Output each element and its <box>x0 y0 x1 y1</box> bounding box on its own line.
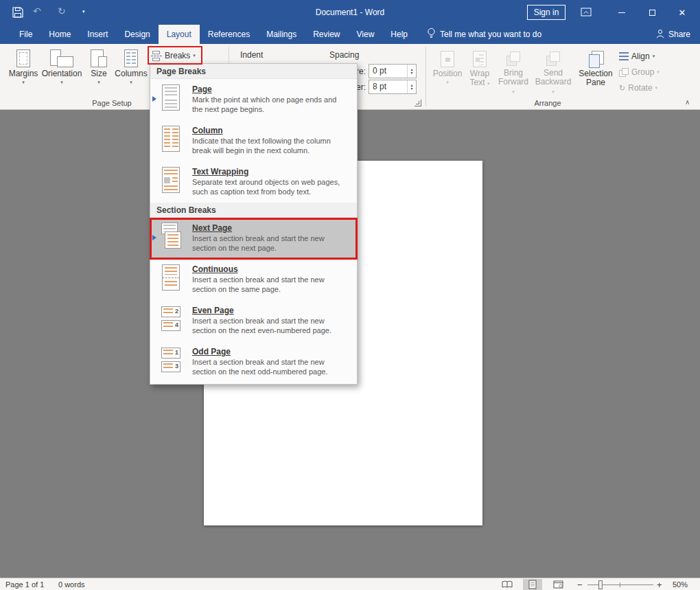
orientation-icon <box>50 47 73 67</box>
zoom-level[interactable]: 50% <box>673 578 688 590</box>
tab-file[interactable]: File <box>11 25 40 44</box>
rotate-label: Rotate <box>628 83 652 93</box>
print-layout-button[interactable] <box>523 579 542 590</box>
wrap-text-label: Wrap Text <box>470 69 490 87</box>
zoom-slider-notch <box>620 582 620 587</box>
wrap-text-button[interactable]: Wrap Text ▾ <box>465 47 494 96</box>
menu-item-even-page-break[interactable]: 2 4 Even Page Insert a section break and… <box>150 300 357 341</box>
spinner-arrows-icon[interactable]: ▴▾ <box>407 80 416 93</box>
tab-insert[interactable]: Insert <box>79 25 116 44</box>
section-breaks-header: Section Breaks <box>150 203 357 218</box>
even-page-break-icon: 2 4 <box>161 305 184 334</box>
menu-item-title: Next Page <box>192 223 346 233</box>
menu-item-column-break[interactable]: Column Indicate that the text following … <box>150 120 357 161</box>
rotate-button[interactable]: ↻ Rotate ▾ <box>619 81 657 95</box>
align-button[interactable]: Align ▾ <box>619 49 655 63</box>
tab-design[interactable]: Design <box>116 25 158 44</box>
tab-references[interactable]: References <box>200 25 258 44</box>
menu-item-continuous-break[interactable]: Continuous Insert a section break and st… <box>150 259 357 300</box>
ribbon-tab-bar: File Home Insert Design Layout Reference… <box>0 25 700 44</box>
spacing-after-input[interactable]: 8 pt ▴▾ <box>369 80 417 94</box>
zoom-in-button[interactable]: + <box>657 578 662 590</box>
chevron-down-icon: ▾ <box>487 81 490 86</box>
minimize-button[interactable] <box>607 0 637 25</box>
status-bar: Page 1 of 1 0 words − + 50% <box>0 578 700 590</box>
print-layout-icon <box>528 580 537 589</box>
menu-item-desc: Insert a section break and start the new… <box>192 275 346 294</box>
menu-item-odd-page-break[interactable]: 1 3 Odd Page Insert a section break and … <box>150 341 357 383</box>
minimize-icon <box>618 12 625 13</box>
breaks-label: Breaks <box>165 51 190 60</box>
chevron-down-icon: ▾ <box>130 80 132 85</box>
margins-icon <box>16 47 30 67</box>
breaks-button[interactable]: Breaks ▾ <box>151 49 196 63</box>
orientation-button[interactable]: Orientation ▾ <box>41 47 82 96</box>
zoom-slider-thumb[interactable] <box>598 580 603 589</box>
chevron-down-icon: ▾ <box>22 80 25 85</box>
bring-forward-button[interactable]: Bring Forward ▾ <box>495 47 531 96</box>
page-indicator[interactable]: Page 1 of 1 <box>5 578 44 590</box>
column-break-icon <box>161 125 184 154</box>
columns-button[interactable]: Columns ▾ <box>114 47 148 96</box>
spacing-after-value: 8 pt <box>373 82 386 91</box>
spacing-header: Spacing <box>329 50 359 60</box>
zoom-slider-track[interactable] <box>587 585 653 585</box>
collapse-ribbon-icon[interactable]: ∧ <box>685 98 690 106</box>
odd-page-number: 3 <box>175 363 178 370</box>
tell-me-box[interactable]: Tell me what you want to do <box>427 25 541 44</box>
tab-review[interactable]: Review <box>305 25 348 44</box>
save-icon[interactable] <box>12 7 23 18</box>
maximize-button[interactable] <box>637 0 667 25</box>
break-arrow-icon <box>152 235 156 240</box>
tab-view[interactable]: View <box>349 25 383 44</box>
breaks-icon <box>151 51 162 61</box>
spacing-before-input[interactable]: 0 pt ▴▾ <box>369 64 417 78</box>
quick-access-toolbar-dropdown-icon[interactable]: ▾ <box>82 9 85 14</box>
selection-pane-icon <box>589 47 603 67</box>
align-label: Align <box>631 52 650 61</box>
menu-item-title: Even Page <box>192 306 346 315</box>
lightbulb-icon <box>427 27 436 41</box>
group-button[interactable]: Group ▾ <box>619 65 660 79</box>
selection-pane-button[interactable]: Selection Pane <box>576 47 615 96</box>
tab-mailings[interactable]: Mailings <box>258 25 305 44</box>
next-page-break-icon <box>161 223 184 251</box>
menu-item-title: Odd Page <box>192 347 346 356</box>
read-mode-button[interactable] <box>498 579 517 590</box>
chevron-down-icon: ▾ <box>657 69 660 75</box>
tab-layout[interactable]: Layout <box>159 25 200 44</box>
page-setup-group-label: Page Setup <box>88 99 136 107</box>
menu-item-next-page-break[interactable]: Next Page Insert a section break and sta… <box>150 218 357 259</box>
share-person-icon <box>655 29 665 41</box>
size-button[interactable]: Size ▾ <box>85 47 113 96</box>
close-button[interactable]: ✕ <box>667 0 697 25</box>
send-backward-button[interactable]: Send Backward ▾ <box>533 47 574 96</box>
word-count[interactable]: 0 words <box>58 578 85 590</box>
text-wrapping-break-icon <box>161 166 184 195</box>
even-page-number: 2 <box>175 308 178 315</box>
chevron-down-icon: ▾ <box>193 53 196 58</box>
undo-icon[interactable]: ↶ <box>33 5 41 16</box>
ribbon-display-options-icon[interactable] <box>581 8 592 16</box>
tell-me-label: Tell me what you want to do <box>440 30 541 39</box>
position-button[interactable]: Position ▾ <box>431 47 464 96</box>
chevron-down-icon: ▾ <box>60 80 63 85</box>
tab-home[interactable]: Home <box>40 25 79 44</box>
share-button[interactable]: Share <box>655 25 690 44</box>
web-layout-button[interactable] <box>548 579 568 590</box>
chevron-down-icon: ▾ <box>97 80 100 85</box>
sign-in-button[interactable]: Sign in <box>527 5 565 20</box>
menu-item-desc: Insert a section break and start the new… <box>192 234 346 253</box>
selection-pane-label: Selection Pane <box>579 69 612 87</box>
menu-item-page-break[interactable]: Page Mark the point at which one page en… <box>150 79 357 120</box>
menu-item-text-wrapping-break[interactable]: Text Wrapping Separate text around objec… <box>150 161 357 203</box>
margins-button[interactable]: Margins ▾ <box>7 47 40 96</box>
spinner-arrows-icon[interactable]: ▴▾ <box>407 65 416 78</box>
menu-item-desc: Insert a section break and start the new… <box>192 357 346 376</box>
read-mode-icon <box>502 580 513 589</box>
zoom-out-button[interactable]: − <box>577 578 583 590</box>
chevron-down-icon: ▾ <box>552 89 555 94</box>
redo-icon[interactable]: ↻ <box>58 5 66 16</box>
paragraph-dialog-launcher-icon[interactable] <box>415 100 421 106</box>
tab-help[interactable]: Help <box>382 25 416 44</box>
